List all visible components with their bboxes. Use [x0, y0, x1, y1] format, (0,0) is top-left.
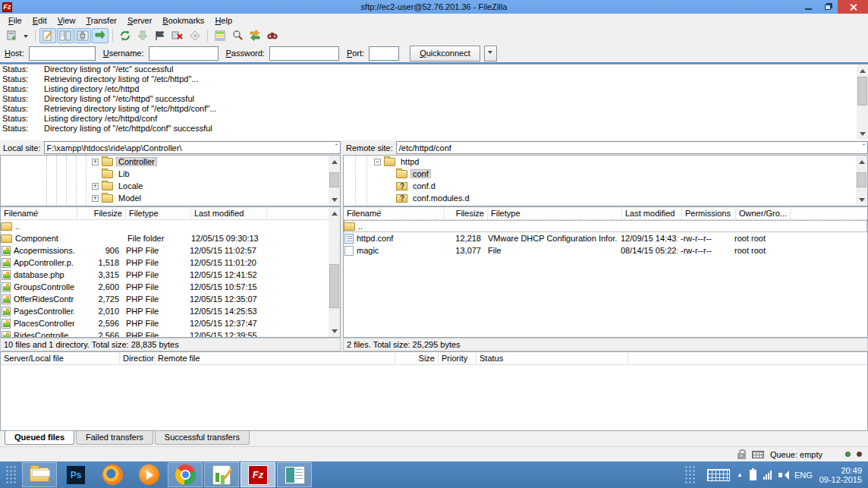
- find-files-icon[interactable]: [264, 28, 281, 43]
- reconnect-icon[interactable]: [187, 28, 203, 43]
- menu-item[interactable]: Transfer: [80, 14, 122, 27]
- file-row[interactable]: PlacesController... 2,596 PHP File 12/05…: [1, 317, 340, 329]
- media-player-icon[interactable]: [131, 462, 166, 487]
- tree-item[interactable]: Lib: [1, 168, 340, 180]
- toggle-message-log-icon[interactable]: [39, 28, 56, 43]
- queue-column-header[interactable]: Remote file: [155, 352, 395, 364]
- speed-limit-icon[interactable]: [752, 451, 764, 458]
- expand-toggle-icon[interactable]: +: [92, 183, 99, 190]
- password-input[interactable]: [269, 46, 339, 61]
- file-row[interactable]: GroupsControlle... 2,600 PHP File 12/05/…: [1, 281, 340, 293]
- menu-item[interactable]: File: [3, 14, 27, 27]
- port-input[interactable]: [369, 46, 399, 61]
- chevron-down-icon[interactable]: ˇ: [863, 143, 865, 152]
- column-header[interactable]: Owner/Gro...: [736, 207, 791, 219]
- file-row[interactable]: PagesController.... 2,010 PHP File 12/05…: [1, 305, 340, 317]
- column-header[interactable]: Filetype: [488, 207, 622, 219]
- column-header[interactable]: Filename: [1, 207, 77, 219]
- firefox-icon[interactable]: [95, 462, 130, 487]
- cancel-operation-icon[interactable]: [152, 28, 168, 43]
- menu-item[interactable]: Help: [209, 14, 237, 27]
- queue-tab[interactable]: Queued files: [5, 431, 74, 445]
- column-header[interactable]: Filetype: [126, 207, 191, 219]
- language-indicator[interactable]: ENG: [794, 471, 813, 480]
- close-button[interactable]: [838, 0, 868, 14]
- column-header[interactable]: Filesize: [445, 207, 488, 219]
- expand-toggle-icon[interactable]: +: [92, 159, 99, 165]
- minimize-button[interactable]: [798, 0, 818, 14]
- tree-item[interactable]: + Controller: [1, 156, 340, 168]
- remote-tree-scrollbar[interactable]: [856, 156, 867, 206]
- filezilla-taskbar-icon[interactable]: Fz: [241, 462, 275, 487]
- queue-column-header[interactable]: Size: [395, 352, 439, 364]
- chrome-icon[interactable]: [168, 462, 203, 487]
- expand-toggle-icon[interactable]: +: [92, 195, 99, 202]
- toggle-transfer-queue-icon[interactable]: [92, 28, 108, 43]
- photoshop-icon[interactable]: Ps: [58, 462, 93, 487]
- host-input[interactable]: [29, 46, 96, 61]
- menu-item[interactable]: Bookmarks: [157, 14, 209, 27]
- quickconnect-button[interactable]: Quickconnect: [410, 46, 480, 61]
- expand-toggle-icon[interactable]: −: [374, 159, 381, 165]
- queue-column-header[interactable]: Status: [476, 352, 628, 364]
- network-signal-icon[interactable]: [763, 471, 772, 480]
- power-icon[interactable]: [750, 470, 756, 480]
- log-scrollbar[interactable]: [857, 65, 868, 140]
- tree-item[interactable]: conf: [344, 168, 867, 180]
- local-list-scrollbar[interactable]: [329, 207, 340, 337]
- clock[interactable]: 20:49 09-12-2015: [819, 466, 862, 484]
- queue-column-header[interactable]: Direction: [120, 352, 155, 364]
- directory-comparison-icon[interactable]: [229, 28, 246, 43]
- refresh-icon[interactable]: [117, 28, 134, 43]
- tree-item[interactable]: + Locale: [1, 180, 340, 192]
- image-editor-icon[interactable]: [204, 462, 239, 487]
- directory-listing-filters-icon[interactable]: [212, 28, 228, 43]
- file-row[interactable]: magic 13,077 File 08/14/15 05:22:... -rw…: [344, 244, 867, 257]
- file-row[interactable]: Acopermissions... 906 PHP File 12/05/15 …: [1, 244, 340, 257]
- file-row[interactable]: httpd.conf 12,218 VMware DHCP Configurat…: [344, 232, 867, 244]
- toggle-remote-tree-icon[interactable]: [74, 28, 91, 43]
- file-row[interactable]: RidesControlle... 2,566 PHP File 12/05/1…: [1, 329, 340, 338]
- file-row[interactable]: Component File folder 12/05/15 09:30:13: [1, 232, 340, 244]
- volume-icon[interactable]: [778, 471, 788, 480]
- file-row[interactable]: OfferRidesContr... 2,725 PHP File 12/05/…: [1, 293, 340, 305]
- show-hidden-icons-chevron[interactable]: ▲: [737, 471, 743, 478]
- menu-item[interactable]: Edit: [27, 14, 52, 27]
- tree-item[interactable]: conf.d: [344, 180, 867, 192]
- synchronized-browsing-icon[interactable]: [247, 28, 263, 43]
- file-row[interactable]: database.php 3,315 PHP File 12/05/15 12:…: [1, 269, 340, 281]
- queue-column-header[interactable]: Priority: [439, 352, 476, 364]
- system-app-icon[interactable]: [277, 462, 312, 487]
- local-tree-scrollbar[interactable]: [329, 156, 340, 206]
- toggle-local-tree-icon[interactable]: [57, 28, 74, 43]
- menu-item[interactable]: View: [52, 14, 81, 27]
- queue-tab[interactable]: Failed transfers: [76, 431, 153, 445]
- site-manager-dropdown-icon[interactable]: [20, 28, 31, 43]
- column-header[interactable]: Permissions: [682, 207, 736, 219]
- site-manager-icon[interactable]: [3, 28, 20, 43]
- file-row[interactable]: AppController.p... 1,518 PHP File 12/05/…: [1, 257, 340, 269]
- quickconnect-dropdown-icon[interactable]: [484, 46, 497, 61]
- tree-item[interactable]: conf.modules.d: [344, 192, 867, 204]
- touch-keyboard-icon[interactable]: [707, 469, 730, 481]
- column-header[interactable]: Filesize: [77, 207, 126, 219]
- username-input[interactable]: [149, 46, 219, 61]
- column-header[interactable]: Last modified: [191, 207, 267, 219]
- menu-item[interactable]: Server: [122, 14, 157, 27]
- remote-site-combobox[interactable]: /etc/httpd/conf ˇ: [396, 141, 868, 154]
- queue-column-header[interactable]: Server/Local file: [1, 352, 120, 364]
- column-header[interactable]: Last modified: [622, 207, 682, 219]
- queue-tab[interactable]: Successful transfers: [155, 431, 250, 445]
- local-site-combobox[interactable]: F:\xampp\htdocs\ride\app\Controller\ ˇ: [44, 141, 341, 154]
- tree-item[interactable]: − httpd: [344, 156, 867, 168]
- file-row[interactable]: ..: [1, 220, 340, 232]
- tree-item[interactable]: + Model: [1, 192, 340, 204]
- file-row[interactable]: ..: [344, 220, 867, 232]
- chevron-down-icon[interactable]: ˇ: [335, 143, 338, 152]
- restore-button[interactable]: [818, 0, 838, 14]
- file-icon: [2, 331, 11, 338]
- file-explorer-icon[interactable]: [22, 462, 57, 487]
- process-queue-icon[interactable]: [134, 28, 151, 43]
- disconnect-icon[interactable]: [169, 28, 186, 43]
- column-header[interactable]: Filename: [344, 207, 445, 219]
